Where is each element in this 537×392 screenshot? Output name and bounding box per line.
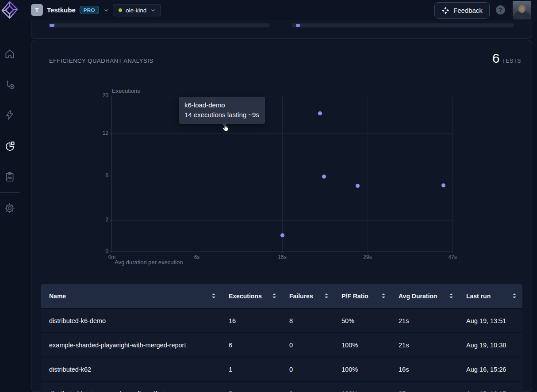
top-bar: T Testkube PRO ole-kind Feedback ? (0, 0, 537, 20)
table-cell: 6 (229, 342, 289, 349)
insights-pie-icon (4, 141, 15, 152)
sort-icon[interactable] (325, 293, 328, 298)
x-gridline (282, 96, 283, 251)
y-tick-label: 6 (94, 172, 108, 179)
y-gridline (112, 133, 452, 134)
y-tick-label: 0 (94, 248, 108, 254)
table-cell: Aug 16, 15:26 (466, 366, 522, 373)
sort-icon[interactable] (449, 293, 453, 298)
table-cell: 100% (341, 390, 399, 392)
y-gridline (112, 96, 452, 96)
env-status-dot (119, 8, 122, 12)
table-cell: Aug 15, 16:17 (466, 390, 522, 392)
feedback-label: Feedback (453, 7, 483, 14)
feedback-button[interactable]: Feedback (434, 2, 490, 19)
sidebar-item-triggers[interactable] (4, 109, 15, 121)
bar-track (49, 23, 269, 27)
column-header-name[interactable]: Name (41, 293, 229, 300)
settings-gear-icon (4, 202, 15, 214)
column-header-label: Avg Duration (399, 293, 437, 300)
column-header-label: Executions (229, 293, 262, 300)
chevron-down-icon (103, 7, 109, 13)
column-header-last-run[interactable]: Last run (466, 293, 522, 300)
table-row[interactable]: distributed-jmeter-example-config-artifa… (41, 381, 522, 392)
y-gridline (112, 176, 452, 176)
table-cell: 0 (289, 342, 341, 349)
scatter-point[interactable] (322, 175, 326, 179)
scatter-point[interactable] (356, 184, 360, 188)
slack-icon (441, 7, 449, 15)
table-cell: distributed-k62 (41, 366, 229, 373)
environment-selector[interactable]: ole-kind (113, 4, 161, 16)
y-axis-title: Executions (112, 88, 140, 94)
org-switcher[interactable]: T Testkube PRO (31, 4, 109, 16)
column-header-avg-duration[interactable]: Avg Duration (399, 293, 466, 300)
column-header-executions[interactable]: Executions (229, 293, 289, 300)
scatter-point[interactable] (318, 111, 322, 115)
sort-icon[interactable] (212, 293, 215, 298)
column-header-label: Name (49, 293, 66, 300)
panel-title: EFFICIENCY QUADRANT ANALYSIS (49, 57, 153, 64)
sidebar-item-home[interactable] (4, 48, 15, 60)
x-tick-label: 29s (359, 254, 376, 260)
x-gridline (453, 96, 453, 251)
tooltip-title: k6-load-demo (184, 100, 259, 110)
table-row[interactable]: distributed-k6-demo16850%21sAug 19, 13:5… (41, 308, 522, 332)
y-tick-mark (110, 133, 112, 134)
org-name: Testkube (47, 6, 76, 14)
scatter-point[interactable] (280, 233, 284, 237)
plan-badge: PRO (80, 6, 99, 14)
table-cell: 21s (399, 317, 466, 324)
column-header-label: P/F Ratio (341, 293, 368, 300)
sidebar-item-tests[interactable] (4, 79, 15, 90)
x-axis-title: Avg duration per execution (115, 259, 183, 266)
sort-icon[interactable] (513, 293, 516, 298)
triggers-lightning-icon (4, 109, 15, 121)
x-tick-label: 6s (188, 254, 206, 260)
sort-icon[interactable] (272, 293, 276, 298)
chevron-down-icon (150, 7, 156, 13)
x-tick-mark (368, 251, 368, 253)
x-tick-mark (197, 251, 197, 253)
app-screen: T Testkube PRO ole-kind Feedback ? (0, 0, 537, 392)
x-gridline (368, 96, 368, 251)
table-cell: 50% (341, 317, 399, 324)
table-row[interactable]: example-sharded-playwright-with-merged-r… (41, 332, 522, 357)
table-row[interactable]: distributed-k6210100%16sAug 16, 15:26 (41, 357, 522, 381)
sidebar-item-artifacts[interactable] (4, 171, 15, 183)
help-button[interactable]: ? (496, 5, 505, 15)
tooltip-detail: 14 executions lasting ~9s (184, 110, 259, 120)
org-avatar: T (31, 4, 43, 16)
table-cell: 21s (399, 342, 466, 349)
x-tick-mark (282, 251, 283, 253)
x-tick-mark (453, 251, 453, 253)
y-tick-mark (110, 251, 112, 252)
column-header-p-f-ratio[interactable]: P/F Ratio (341, 293, 399, 300)
efficiency-quadrant-panel: EFFICIENCY QUADRANT ANALYSIS 6 TESTS Exe… (31, 40, 532, 392)
sidebar-item-settings[interactable] (4, 202, 15, 214)
table-cell: 0 (289, 366, 341, 373)
table-header-row: NameExecutionsFailuresP/F RatioAvg Durat… (41, 284, 522, 308)
table-cell: 16s (399, 366, 466, 373)
sort-icon[interactable] (382, 293, 385, 298)
column-header-label: Failures (289, 293, 313, 300)
previous-panel-partial (31, 20, 532, 39)
tests-count: 6 TESTS (492, 51, 521, 66)
table-cell: example-sharded-playwright-with-merged-r… (41, 342, 229, 349)
user-avatar[interactable] (513, 1, 531, 19)
bar-segment (296, 24, 300, 27)
tests-count-value: 6 (492, 51, 500, 66)
scatter-point[interactable] (441, 183, 445, 187)
table-body: distributed-k6-demo16850%21sAug 19, 13:5… (41, 308, 522, 392)
bar-segment (50, 24, 54, 27)
y-tick-label: 12 (94, 130, 108, 136)
artifacts-report-icon (4, 171, 15, 183)
sidebar-nav (0, 20, 19, 392)
sidebar-item-insights[interactable] (4, 141, 15, 152)
column-header-failures[interactable]: Failures (289, 293, 341, 300)
table-cell: 27s (399, 390, 466, 392)
y-tick-mark (110, 176, 112, 176)
table-cell: 8 (289, 317, 341, 324)
table-cell: distributed-k6-demo (41, 317, 229, 324)
y-tick-label: 2 (94, 217, 108, 223)
